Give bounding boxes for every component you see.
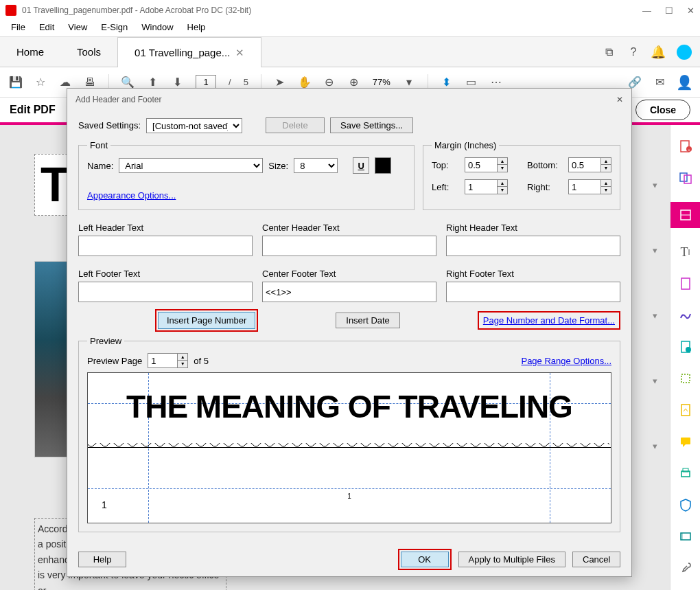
export-pdf-icon[interactable] <box>678 276 693 291</box>
svg-rect-11 <box>681 405 690 416</box>
share-icon[interactable] <box>678 402 693 418</box>
search-icon[interactable]: 🔍 <box>121 76 134 89</box>
spin-up-icon[interactable]: ▲ <box>178 354 187 361</box>
profile-icon[interactable]: 👤 <box>678 76 690 89</box>
center-header-input[interactable] <box>262 236 436 256</box>
spin-up-icon[interactable]: ▲ <box>498 158 507 165</box>
font-size-select[interactable]: 8 <box>294 158 338 173</box>
margin-bottom-input[interactable] <box>568 157 601 172</box>
star-icon[interactable]: ☆ <box>34 76 47 89</box>
combine-icon[interactable] <box>678 170 693 185</box>
menu-edit[interactable]: Edit <box>32 21 61 36</box>
font-name-select[interactable]: Arial <box>119 158 263 173</box>
left-footer-input[interactable] <box>78 282 253 302</box>
save-settings-button[interactable]: Save Settings... <box>330 117 413 133</box>
left-header-label: Left Header Text <box>78 223 253 233</box>
edit-pdf-icon[interactable] <box>670 202 701 228</box>
preview-page-input[interactable] <box>148 353 178 368</box>
apply-multiple-button[interactable]: Apply to Multiple Files <box>458 552 565 567</box>
tab-tools[interactable]: Tools <box>60 37 117 67</box>
underline-button[interactable]: U <box>353 157 369 174</box>
close-window-icon[interactable]: ✕ <box>687 5 695 16</box>
screen-icon[interactable]: ⧉ <box>603 46 615 58</box>
appearance-options-link[interactable]: Appearance Options... <box>87 190 176 201</box>
chevron-down-icon[interactable]: ▾ <box>653 180 657 190</box>
ok-button[interactable]: OK <box>401 552 449 567</box>
margin-top-input[interactable] <box>465 157 498 172</box>
create-pdf-icon[interactable]: + <box>678 139 693 154</box>
tab-home[interactable]: Home <box>0 37 60 67</box>
down-arrow-icon[interactable]: ⬇ <box>171 76 183 89</box>
right-header-input[interactable] <box>446 236 620 256</box>
chevron-down-icon[interactable]: ▾ <box>653 441 657 451</box>
link-icon[interactable]: 🔗 <box>629 76 641 89</box>
preview-left-page-num: 1 <box>102 499 107 510</box>
saved-settings-select[interactable]: [Custom-not saved] <box>146 118 242 133</box>
protect-icon[interactable] <box>678 497 693 512</box>
more-icon[interactable]: ⋯ <box>490 76 502 89</box>
zoom-level[interactable]: 77% <box>373 77 390 87</box>
hand-icon[interactable]: ✋ <box>299 76 311 89</box>
sign-icon[interactable] <box>678 308 693 323</box>
spin-up-icon[interactable]: ▲ <box>498 180 507 187</box>
chevron-down-icon[interactable]: ▾ <box>653 310 657 321</box>
comment-icon[interactable] <box>678 434 693 449</box>
organize-icon[interactable] <box>678 339 693 354</box>
margin-left-input[interactable] <box>465 179 498 194</box>
tab-document[interactable]: 01 Travelling_page... ✕ <box>117 37 261 67</box>
chevron-down-icon[interactable]: ▾ <box>653 245 657 256</box>
svg-rect-16 <box>681 533 683 540</box>
page-view-icon[interactable]: ▭ <box>465 76 478 89</box>
spin-down-icon[interactable]: ▼ <box>601 165 611 172</box>
margin-left-label: Left: <box>432 182 459 192</box>
tab-close-icon[interactable]: ✕ <box>235 47 244 59</box>
spin-down-icon[interactable]: ▼ <box>498 165 507 172</box>
doc-image[interactable] <box>34 261 67 457</box>
menu-view[interactable]: View <box>61 21 94 36</box>
center-footer-input[interactable] <box>262 282 436 302</box>
dialog-close-icon[interactable]: ✕ <box>616 95 623 104</box>
help-button[interactable]: Help <box>78 552 126 567</box>
media-icon[interactable] <box>678 529 693 544</box>
menu-file[interactable]: File <box>4 21 32 36</box>
fit-width-icon[interactable]: ⬍ <box>441 76 453 89</box>
text-tool-icon[interactable]: TI <box>678 245 693 260</box>
print-icon[interactable]: 🖶 <box>84 76 96 89</box>
chevron-down-icon[interactable]: ▾ <box>403 76 415 89</box>
zoom-out-icon[interactable]: ⊖ <box>323 76 336 89</box>
insert-page-number-button[interactable]: Insert Page Number <box>158 312 255 329</box>
save-icon[interactable]: 💾 <box>10 76 22 89</box>
chevron-down-icon[interactable]: ▾ <box>653 376 657 386</box>
close-edit-button[interactable]: Close <box>635 100 690 120</box>
left-header-input[interactable] <box>78 236 253 256</box>
pointer-icon[interactable]: ➤ <box>274 76 286 89</box>
insert-date-button[interactable]: Insert Date <box>336 313 400 328</box>
bell-icon[interactable]: 🔔 <box>652 46 664 58</box>
right-footer-input[interactable] <box>446 282 620 302</box>
more-tools-icon[interactable] <box>678 560 693 576</box>
menu-help[interactable]: Help <box>180 21 213 36</box>
user-avatar[interactable] <box>677 45 692 60</box>
spin-up-icon[interactable]: ▲ <box>601 180 611 187</box>
spin-down-icon[interactable]: ▼ <box>601 187 611 194</box>
zoom-in-icon[interactable]: ⊕ <box>348 76 360 89</box>
page-range-options-link[interactable]: Page Range Options... <box>521 356 611 366</box>
menu-window[interactable]: Window <box>135 21 180 36</box>
cloud-icon[interactable]: ☁ <box>59 76 71 89</box>
cancel-button[interactable]: Cancel <box>572 552 620 567</box>
maximize-icon[interactable]: ☐ <box>665 5 673 16</box>
up-arrow-icon[interactable]: ⬆ <box>146 76 159 89</box>
crop-icon[interactable] <box>678 371 693 386</box>
spin-down-icon[interactable]: ▼ <box>498 187 507 194</box>
delete-button[interactable]: Delete <box>266 117 325 133</box>
help-icon[interactable]: ? <box>627 46 640 58</box>
mail-icon[interactable]: ✉ <box>653 76 666 89</box>
print-tool-icon[interactable] <box>678 466 693 481</box>
page-number-date-format-link[interactable]: Page Number and Date Format... <box>483 315 615 326</box>
margin-right-input[interactable] <box>568 179 601 194</box>
minimize-icon[interactable]: — <box>642 5 651 16</box>
spin-down-icon[interactable]: ▼ <box>178 361 187 367</box>
spin-up-icon[interactable]: ▲ <box>601 158 611 165</box>
font-color-button[interactable] <box>375 157 391 174</box>
menu-esign[interactable]: E-Sign <box>94 21 135 36</box>
